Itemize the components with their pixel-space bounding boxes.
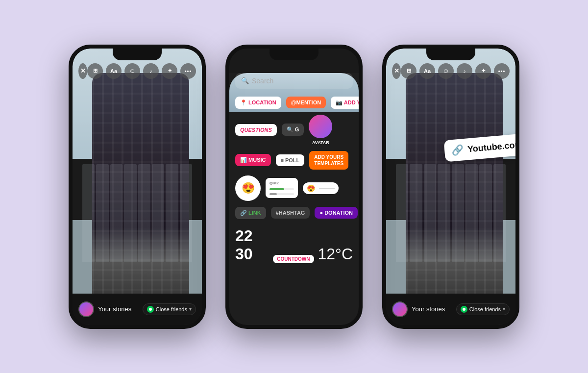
image-button-right[interactable]: ⊞ xyxy=(401,63,416,79)
sticker-addyours[interactable]: 📷 ADD YOURS xyxy=(331,97,359,109)
effects-button-left[interactable]: ✦ xyxy=(162,63,177,79)
sticker-quiz[interactable]: QUIZ xyxy=(266,178,298,198)
chevron-right: ▾ xyxy=(503,306,505,312)
close-friends-text-left: Close friends xyxy=(156,306,187,312)
your-stories-left: Your stories xyxy=(98,305,131,313)
phone-screen-right: 🔗 Youtube.com ✕ ⊞ Aa ☺ ♪ ✦ ••• Your stor… xyxy=(386,49,515,325)
sticker-row-5: 🔗 LINK #HASHTAG ● DONATION xyxy=(235,207,353,219)
green-dot-right xyxy=(461,306,467,313)
skate-photo-left xyxy=(73,49,202,294)
sticker-search-bar[interactable]: 🔍 Search xyxy=(235,73,353,89)
text-button-right[interactable]: Aa xyxy=(419,63,435,79)
link-sticker-icon: 🔗 xyxy=(451,144,464,156)
phone-middle: 🔍 Search 📍 LOCATION @MENTION 📷 ADD YOURS xyxy=(225,45,363,329)
sticker-music[interactable]: 📊 MUSIC xyxy=(235,154,271,166)
svg-point-0 xyxy=(149,308,152,311)
text-button-left[interactable]: Aa xyxy=(106,63,122,79)
image-button-left[interactable]: ⊞ xyxy=(87,63,103,79)
toolbar-left: ✕ ⊞ Aa ☺ ♪ ✦ ••• xyxy=(73,63,202,79)
phone-left: ✕ ⊞ Aa ☺ ♪ ✦ ••• Your stories Close frie… xyxy=(69,45,206,329)
toolbar-right-right: ⊞ Aa ☺ ♪ ✦ ••• xyxy=(401,63,510,79)
avatar-right xyxy=(392,301,408,317)
countdown-sticker[interactable]: COUNTDOWN xyxy=(273,255,314,263)
chevron-left: ▾ xyxy=(189,306,192,312)
phone-right: 🔗 Youtube.com ✕ ⊞ Aa ☺ ♪ ✦ ••• Your stor… xyxy=(382,45,519,329)
phone-notch-middle xyxy=(270,49,318,60)
bottom-bar-right: Your stories Close friends ▾ xyxy=(386,294,515,325)
sticker-avatar[interactable]: AVATAR xyxy=(309,115,332,145)
stickers-grid: 📍 LOCATION @MENTION 📷 ADD YOURS QUESTION… xyxy=(229,97,359,219)
sticker-row-4: 😍 QUIZ 😍 ———— xyxy=(235,175,353,201)
close-button-right[interactable]: ✕ xyxy=(392,63,401,79)
sticker-emoji-slider[interactable]: 😍 ———— xyxy=(303,182,339,194)
temperature-text: 12°C xyxy=(318,245,353,263)
close-friends-btn-left[interactable]: Close friends ▾ xyxy=(143,303,196,315)
search-placeholder-middle: Search xyxy=(252,77,273,85)
sticker-link[interactable]: 🔗 LINK xyxy=(235,207,266,219)
avatar-left xyxy=(78,301,94,317)
sticker-mention[interactable]: @MENTION xyxy=(286,97,326,108)
svg-point-1 xyxy=(463,308,466,311)
your-stories-right: Your stories xyxy=(412,305,445,313)
avatar-circle xyxy=(309,115,332,138)
effects-button-right[interactable]: ✦ xyxy=(475,63,491,79)
bottom-bar-left: Your stories Close friends ▾ xyxy=(73,294,202,325)
sticker-donation[interactable]: ● DONATION xyxy=(315,207,358,219)
sticker-emoji-circle[interactable]: 😍 xyxy=(235,175,261,201)
toolbar-right-left: ⊞ Aa ☺ ♪ ✦ ••• xyxy=(87,63,196,79)
sticker-addyours-templates[interactable]: ADD YOURSTEMPLATES xyxy=(309,151,348,170)
sticker-location[interactable]: 📍 LOCATION xyxy=(235,97,281,109)
bottom-sticker-row: 22 30 COUNTDOWN 12°C xyxy=(229,227,359,263)
more-button-right[interactable]: ••• xyxy=(494,63,510,79)
phone-screen-left: ✕ ⊞ Aa ☺ ♪ ✦ ••• Your stories Close frie… xyxy=(73,49,202,325)
phone-notch-right xyxy=(426,49,475,60)
sticker-gif[interactable]: 🔍 G xyxy=(282,124,304,136)
sticker-poll[interactable]: ≡ POLL xyxy=(276,154,305,166)
more-button-left[interactable]: ••• xyxy=(180,63,196,79)
sticker-row-2: QUESTIONS 🔍 G AVATAR xyxy=(235,115,353,145)
sticker-questions[interactable]: QUESTIONS xyxy=(235,124,277,136)
green-dot-left xyxy=(147,306,154,313)
building-left xyxy=(73,164,202,262)
sticker-panel: 🔍 Search 📍 LOCATION @MENTION 📷 ADD YOURS xyxy=(229,73,359,325)
link-sticker-url: Youtube.com xyxy=(467,139,515,154)
sticker-row-3: 📊 MUSIC ≡ POLL ADD YOURSTEMPLATES xyxy=(235,151,353,170)
sticker-hashtag[interactable]: #HASHTAG xyxy=(271,207,310,219)
countdown-numbers: 22 30 xyxy=(235,227,269,263)
music-button-left[interactable]: ♪ xyxy=(143,63,159,79)
emoji-button-left[interactable]: ☺ xyxy=(124,63,140,79)
close-button-left[interactable]: ✕ xyxy=(78,63,87,79)
building-right xyxy=(386,164,515,262)
music-button-right[interactable]: ♪ xyxy=(457,63,472,79)
close-friends-btn-right[interactable]: Close friends ▾ xyxy=(456,303,510,315)
avatar-label: AVATAR xyxy=(312,140,329,145)
emoji-button-right[interactable]: ☺ xyxy=(438,63,454,79)
close-friends-text-right: Close friends xyxy=(469,306,501,312)
sticker-row-1: 📍 LOCATION @MENTION 📷 ADD YOURS xyxy=(235,97,353,109)
phone-screen-middle: 🔍 Search 📍 LOCATION @MENTION 📷 ADD YOURS xyxy=(229,49,359,325)
skate-photo-right xyxy=(386,49,515,294)
phone-notch-left xyxy=(113,49,162,60)
toolbar-right: ✕ ⊞ Aa ☺ ♪ ✦ ••• xyxy=(386,63,515,79)
search-icon-middle: 🔍 xyxy=(241,77,249,84)
